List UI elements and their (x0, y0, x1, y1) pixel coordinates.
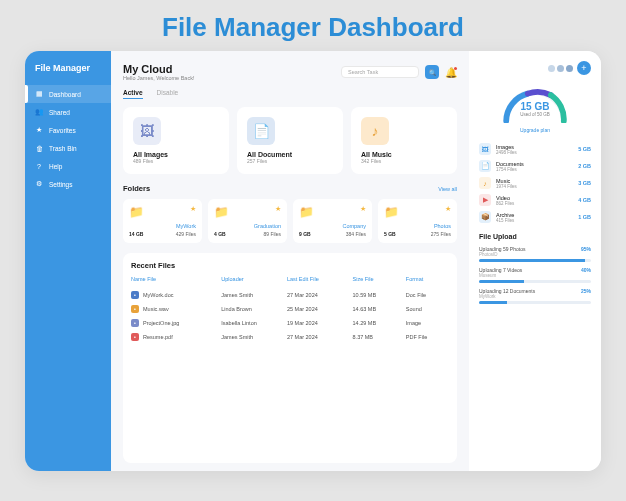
file-uploader: James Smith (221, 334, 283, 340)
right-top-bar: + (479, 61, 591, 75)
card-count: 257 Files (247, 158, 333, 164)
sidebar-item-trash-bin[interactable]: 🗑Trash Bin (25, 139, 111, 157)
app-window: File Manager ▦Dashboard👥Shared★Favorites… (25, 51, 601, 471)
nav-label: Trash Bin (49, 145, 77, 152)
file-name: Resume.pdf (143, 334, 173, 340)
folder-files: 275 Files (431, 231, 451, 237)
col-header[interactable]: Last Edit File (287, 276, 349, 282)
nav-label: Favorites (49, 127, 76, 134)
folder-icon: 📁 (384, 205, 399, 219)
page-subtitle: Hello James, Welcome Back! (123, 75, 194, 81)
folder-company[interactable]: 📁★Company9 GB384 Files (293, 199, 372, 243)
recent-files-panel: Recent Files Name FileUploaderLast Edit … (123, 253, 457, 463)
col-header[interactable]: Uploader (221, 276, 283, 282)
folders-title: Folders (123, 184, 150, 193)
category-documents[interactable]: 📄Documents1754 Files2 GB (479, 160, 591, 172)
storage-total: Used of 50 GB (499, 112, 571, 117)
avatar-dots (548, 65, 573, 72)
shared-icon: 👥 (35, 108, 43, 116)
search-button[interactable]: 🔍 (425, 65, 439, 79)
file-format: Doc File (406, 292, 449, 298)
table-row[interactable]: •MyWork.docJames Smith27 Mar 202410.59 M… (131, 288, 449, 302)
right-panel: + 15 GB Used of 50 GB Upgrade plan 🖼Imag… (469, 51, 601, 471)
file-date: 27 Mar 2024 (287, 334, 349, 340)
folder-name: Graduation (214, 223, 281, 229)
add-button[interactable]: + (577, 61, 591, 75)
folder-icon: 📁 (299, 205, 314, 219)
sidebar-item-help[interactable]: ?Help (25, 157, 111, 175)
card-title: All Music (361, 151, 447, 158)
upgrade-link[interactable]: Upgrade plan (520, 127, 550, 133)
star-icon[interactable]: ★ (445, 205, 451, 213)
category-icon: ♪ (479, 177, 491, 189)
file-uploader: Linda Brown (221, 306, 283, 312)
notifications-icon[interactable]: 🔔 (445, 67, 457, 78)
category-icon: 🖼 (479, 143, 491, 155)
col-header[interactable]: Name File (131, 276, 217, 282)
category-size: 5 GB (578, 146, 591, 152)
folder-files: 429 Files (176, 231, 196, 237)
folder-graduation[interactable]: 📁★Graduation4 GB89 Files (208, 199, 287, 243)
file-icon: • (131, 319, 139, 327)
folder-size: 14 GB (129, 231, 143, 237)
card-all-images[interactable]: 🖼All Images489 Files (123, 107, 229, 174)
star-icon[interactable]: ★ (275, 205, 281, 213)
category-images[interactable]: 🖼Images2498 Files5 GB (479, 143, 591, 155)
star-icon[interactable]: ★ (360, 205, 366, 213)
category-count: 1974 Files (496, 184, 573, 189)
tab-active[interactable]: Active (123, 89, 143, 99)
file-size: 14.63 MB (353, 306, 402, 312)
category-size: 4 GB (578, 197, 591, 203)
upload-percent: 95% (581, 246, 591, 252)
trash bin-icon: 🗑 (35, 144, 43, 152)
settings-icon: ⚙ (35, 180, 43, 188)
page-title: My Cloud (123, 63, 194, 75)
category-count: 415 Files (496, 218, 573, 223)
card-all-music[interactable]: ♪All Music342 Files (351, 107, 457, 174)
file-date: 27 Mar 2024 (287, 292, 349, 298)
sidebar-item-favorites[interactable]: ★Favorites (25, 121, 111, 139)
star-icon[interactable]: ★ (190, 205, 196, 213)
file-format: Sound (406, 306, 449, 312)
tab-disable[interactable]: Disable (157, 89, 179, 99)
table-row[interactable]: •Resume.pdfJames Smith27 Mar 20248.37 MB… (131, 330, 449, 344)
folder-icon: 📁 (214, 205, 229, 219)
view-all-link[interactable]: View all (438, 186, 457, 192)
category-size: 1 GB (578, 214, 591, 220)
col-header[interactable]: Format (406, 276, 449, 282)
sidebar-item-dashboard[interactable]: ▦Dashboard (25, 85, 111, 103)
search-icon: 🔍 (429, 69, 436, 76)
progress-bar (479, 301, 591, 304)
nav-label: Settings (49, 181, 73, 188)
card-count: 342 Files (361, 158, 447, 164)
category-video[interactable]: ▶Video862 Files4 GB (479, 194, 591, 206)
category-list: 🖼Images2498 Files5 GB📄Documents1754 File… (479, 143, 591, 223)
card-icon: 🖼 (133, 117, 161, 145)
main-panel: My Cloud Hello James, Welcome Back! Sear… (111, 51, 469, 471)
table-header: Name FileUploaderLast Edit FileSize File… (131, 276, 449, 286)
upload-sub: MyWork (479, 294, 591, 299)
file-format: PDF File (406, 334, 449, 340)
sidebar-item-settings[interactable]: ⚙Settings (25, 175, 111, 193)
file-size: 14.29 MB (353, 320, 402, 326)
file-date: 19 Mar 2024 (287, 320, 349, 326)
category-archive[interactable]: 📦Archive415 Files1 GB (479, 211, 591, 223)
col-header[interactable]: Size File (353, 276, 402, 282)
category-music[interactable]: ♪Music1974 Files3 GB (479, 177, 591, 189)
table-row[interactable]: •Music.wavLinda Brown25 Mar 202414.63 MB… (131, 302, 449, 316)
file-icon: • (131, 305, 139, 313)
folder-photos[interactable]: 📁★Photos5 GB275 Files (378, 199, 457, 243)
folder-size: 9 GB (299, 231, 311, 237)
folder-mywork[interactable]: 📁★MyWork14 GB429 Files (123, 199, 202, 243)
card-all-document[interactable]: 📄All Document257 Files (237, 107, 343, 174)
table-row[interactable]: •ProjectOne.jpgIsabella Linton19 Mar 202… (131, 316, 449, 330)
folders-header: Folders View all (123, 184, 457, 193)
search-input[interactable]: Search Task (341, 66, 419, 78)
category-count: 2498 Files (496, 150, 573, 155)
favorites-icon: ★ (35, 126, 43, 134)
upload-item: Uploading 59 Photos95%PhotosID (479, 246, 591, 262)
file-format: Image (406, 320, 449, 326)
tabs: ActiveDisable (123, 89, 457, 99)
sidebar-item-shared[interactable]: 👥Shared (25, 103, 111, 121)
upload-item: Uploading 7 Videos40%Museum (479, 267, 591, 283)
